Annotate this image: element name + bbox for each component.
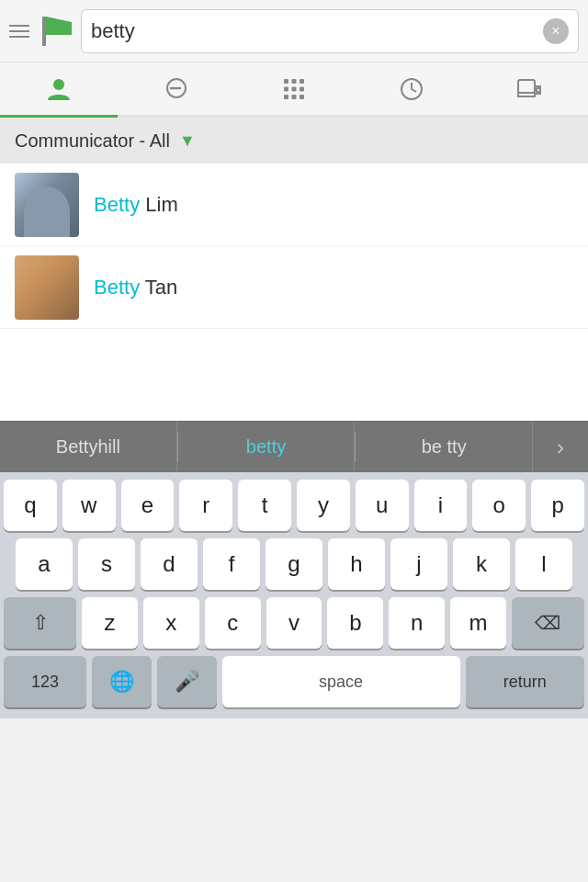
num-key[interactable]: 123	[4, 656, 86, 707]
autocomplete-betty[interactable]: betty	[178, 422, 356, 472]
key-row-3: ⇧ z x c v b n m ⌫	[4, 597, 584, 649]
key-c[interactable]: c	[205, 597, 261, 649]
return-key[interactable]: return	[466, 656, 585, 707]
filter-text: Communicator - All	[15, 130, 170, 152]
svg-rect-7	[284, 86, 288, 91]
contact-name-last: Lim	[140, 193, 178, 216]
tab-history[interactable]	[353, 62, 470, 115]
contact-name-highlight: Betty	[94, 193, 140, 216]
contact-name-last: Tan	[140, 276, 177, 299]
key-b[interactable]: b	[327, 597, 383, 649]
svg-rect-11	[292, 95, 297, 99]
key-n[interactable]: n	[389, 597, 445, 649]
svg-rect-12	[300, 95, 304, 99]
nav-tabs	[0, 62, 588, 118]
autocomplete-label: betty	[246, 436, 286, 458]
key-d[interactable]: d	[141, 538, 198, 590]
filter-bar[interactable]: Communicator - All ▼	[0, 118, 588, 164]
contact-name: Betty Lim	[94, 193, 178, 217]
autocomplete-more-button[interactable]: ›	[533, 422, 588, 472]
backspace-key[interactable]: ⌫	[512, 597, 584, 649]
backspace-icon: ⌫	[535, 612, 560, 634]
globe-key[interactable]: 🌐	[92, 656, 152, 707]
contact-list: Betty Lim Betty Tan	[0, 164, 588, 329]
clear-icon: ×	[551, 23, 560, 40]
key-p[interactable]: p	[531, 480, 584, 531]
autocomplete-label: Bettyhill	[56, 436, 120, 458]
svg-rect-0	[42, 17, 46, 46]
autocomplete-bar: Bettyhill betty be tty ›	[0, 421, 588, 472]
key-g[interactable]: g	[266, 538, 322, 590]
key-x[interactable]: x	[143, 597, 199, 649]
avatar	[15, 255, 79, 320]
key-k[interactable]: k	[453, 538, 510, 590]
key-s[interactable]: s	[78, 538, 135, 590]
key-row-1: q w e r t y u i o p	[4, 480, 584, 531]
key-l[interactable]: l	[515, 538, 572, 590]
svg-rect-10	[284, 95, 288, 99]
shift-icon: ⇧	[32, 611, 49, 635]
key-t[interactable]: t	[238, 480, 291, 531]
shift-key[interactable]: ⇧	[4, 597, 76, 649]
svg-marker-1	[46, 17, 72, 35]
key-h[interactable]: h	[328, 538, 385, 590]
autocomplete-bettyhill[interactable]: Bettyhill	[0, 422, 177, 472]
key-a[interactable]: a	[16, 538, 73, 590]
tab-dialpad[interactable]	[235, 62, 353, 115]
key-v[interactable]: v	[266, 597, 322, 649]
key-row-4: 123 🌐 🎤 space return	[4, 656, 584, 707]
contact-name: Betty Tan	[94, 276, 177, 300]
key-m[interactable]: m	[450, 597, 506, 649]
filter-dropdown-icon: ▼	[179, 131, 196, 151]
flag-icon	[39, 15, 72, 48]
svg-rect-6	[300, 79, 304, 84]
menu-icon[interactable]	[9, 25, 29, 38]
key-f[interactable]: f	[203, 538, 260, 590]
tab-contacts[interactable]	[0, 62, 118, 118]
key-y[interactable]: y	[297, 480, 350, 531]
key-i[interactable]: i	[414, 480, 468, 531]
app-header: betty ×	[0, 0, 588, 62]
key-u[interactable]: u	[356, 480, 409, 531]
svg-rect-8	[292, 86, 297, 91]
key-q[interactable]: q	[4, 480, 57, 531]
svg-rect-9	[300, 86, 304, 91]
key-w[interactable]: w	[62, 480, 116, 531]
svg-rect-14	[518, 80, 535, 93]
mic-key[interactable]: 🎤	[157, 656, 217, 707]
key-o[interactable]: o	[472, 480, 526, 531]
autocomplete-be-tty[interactable]: be tty	[356, 422, 533, 472]
tab-transfer[interactable]	[470, 62, 588, 115]
contact-name-highlight: Betty	[94, 276, 140, 299]
svg-point-2	[53, 79, 64, 90]
autocomplete-label: be tty	[422, 436, 467, 458]
keyboard: q w e r t y u i o p a s d f g h j k l ⇧ …	[0, 472, 588, 718]
key-row-2: a s d f g h j k l	[4, 538, 584, 590]
avatar	[15, 173, 79, 237]
clear-button[interactable]: ×	[543, 18, 569, 44]
key-j[interactable]: j	[390, 538, 447, 590]
svg-rect-4	[284, 79, 288, 84]
search-bar: betty ×	[81, 9, 579, 53]
chevron-right-icon: ›	[557, 435, 564, 460]
key-r[interactable]: r	[179, 480, 232, 531]
list-item[interactable]: Betty Lim	[0, 164, 588, 246]
svg-rect-15	[537, 88, 540, 92]
key-z[interactable]: z	[82, 597, 138, 649]
key-e[interactable]: e	[121, 480, 175, 531]
search-input[interactable]: betty	[91, 19, 543, 43]
empty-space	[0, 329, 588, 421]
space-key[interactable]: space	[222, 656, 460, 707]
tab-messages[interactable]	[118, 62, 235, 115]
list-item[interactable]: Betty Tan	[0, 246, 588, 329]
svg-rect-5	[292, 79, 297, 84]
